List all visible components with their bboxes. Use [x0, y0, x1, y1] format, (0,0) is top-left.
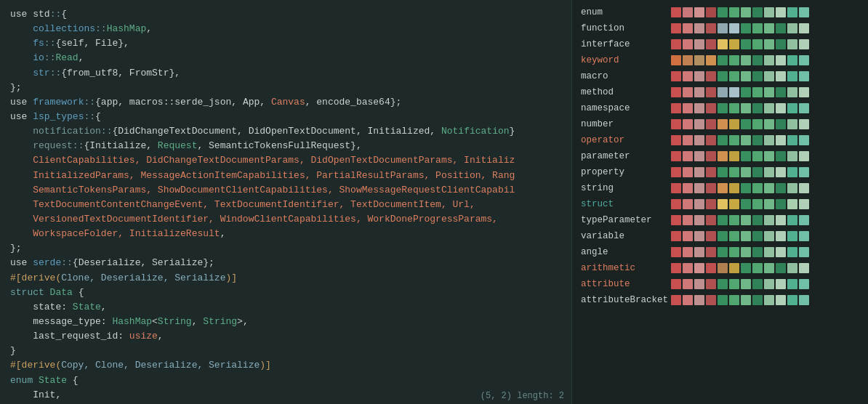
- color-swatch[interactable]: [683, 263, 693, 273]
- color-swatch[interactable]: [799, 183, 809, 193]
- color-swatch[interactable]: [741, 295, 751, 305]
- color-swatch[interactable]: [671, 119, 681, 129]
- color-swatch[interactable]: [683, 39, 693, 49]
- color-swatch[interactable]: [741, 55, 751, 65]
- color-swatch[interactable]: [776, 87, 786, 97]
- color-swatch[interactable]: [776, 247, 786, 257]
- color-swatch[interactable]: [752, 167, 763, 177]
- color-swatch[interactable]: [741, 87, 751, 97]
- color-swatch[interactable]: [706, 55, 716, 65]
- color-swatch[interactable]: [752, 231, 763, 241]
- color-swatch[interactable]: [729, 215, 739, 225]
- color-swatch[interactable]: [718, 39, 728, 49]
- color-swatch[interactable]: [683, 183, 693, 193]
- color-swatch[interactable]: [718, 23, 728, 33]
- color-swatch[interactable]: [706, 135, 716, 145]
- color-swatch[interactable]: [752, 23, 763, 33]
- color-swatch[interactable]: [787, 263, 797, 273]
- color-swatch[interactable]: [694, 199, 704, 209]
- color-swatch[interactable]: [764, 87, 774, 97]
- color-swatch[interactable]: [741, 7, 751, 17]
- token-row[interactable]: method: [572, 84, 868, 100]
- color-swatch[interactable]: [799, 231, 809, 241]
- color-swatch[interactable]: [787, 167, 797, 177]
- color-swatch[interactable]: [671, 295, 681, 305]
- color-swatch[interactable]: [764, 23, 774, 33]
- color-swatch[interactable]: [683, 247, 693, 257]
- color-swatch[interactable]: [671, 231, 681, 241]
- color-swatch[interactable]: [799, 135, 809, 145]
- color-swatch[interactable]: [729, 71, 739, 81]
- color-swatch[interactable]: [776, 199, 786, 209]
- color-swatch[interactable]: [776, 39, 786, 49]
- color-swatch[interactable]: [718, 215, 728, 225]
- color-swatch[interactable]: [741, 199, 751, 209]
- color-swatch[interactable]: [683, 135, 693, 145]
- color-swatch[interactable]: [776, 7, 786, 17]
- color-swatch[interactable]: [752, 55, 763, 65]
- color-swatch[interactable]: [729, 279, 739, 289]
- color-swatch[interactable]: [683, 55, 693, 65]
- color-swatch[interactable]: [671, 103, 681, 113]
- color-swatch[interactable]: [706, 231, 716, 241]
- color-swatch[interactable]: [706, 279, 716, 289]
- color-swatch[interactable]: [683, 151, 693, 161]
- color-swatch[interactable]: [729, 39, 739, 49]
- color-swatch[interactable]: [694, 295, 704, 305]
- token-row[interactable]: namespace: [572, 100, 868, 116]
- color-swatch[interactable]: [787, 55, 797, 65]
- color-swatch[interactable]: [706, 183, 716, 193]
- token-list[interactable]: enumfunctioninterfacekeywordmacromethodn…: [572, 0, 868, 404]
- color-swatch[interactable]: [787, 151, 797, 161]
- color-swatch[interactable]: [683, 295, 693, 305]
- color-swatch[interactable]: [706, 167, 716, 177]
- color-swatch[interactable]: [694, 183, 704, 193]
- color-swatch[interactable]: [694, 215, 704, 225]
- token-row[interactable]: typeParameter: [572, 212, 868, 228]
- color-swatch[interactable]: [799, 263, 809, 273]
- color-swatch[interactable]: [787, 231, 797, 241]
- token-row[interactable]: arithmetic: [572, 260, 868, 276]
- color-swatch[interactable]: [764, 151, 774, 161]
- color-swatch[interactable]: [776, 71, 786, 81]
- color-swatch[interactable]: [764, 231, 774, 241]
- token-row[interactable]: operator: [572, 132, 868, 148]
- color-swatch[interactable]: [718, 263, 728, 273]
- color-swatch[interactable]: [694, 151, 704, 161]
- color-swatch[interactable]: [671, 55, 681, 65]
- color-swatch[interactable]: [671, 151, 681, 161]
- color-swatch[interactable]: [764, 103, 774, 113]
- color-swatch[interactable]: [718, 183, 728, 193]
- color-swatch[interactable]: [718, 295, 728, 305]
- color-swatch[interactable]: [718, 7, 728, 17]
- color-swatch[interactable]: [787, 247, 797, 257]
- color-swatch[interactable]: [694, 71, 704, 81]
- color-swatch[interactable]: [741, 263, 751, 273]
- color-swatch[interactable]: [694, 7, 704, 17]
- color-swatch[interactable]: [694, 135, 704, 145]
- color-swatch[interactable]: [787, 87, 797, 97]
- color-swatch[interactable]: [752, 183, 763, 193]
- color-swatch[interactable]: [706, 71, 716, 81]
- color-swatch[interactable]: [729, 183, 739, 193]
- token-row[interactable]: variable: [572, 228, 868, 244]
- color-swatch[interactable]: [799, 247, 809, 257]
- color-swatch[interactable]: [683, 23, 693, 33]
- color-swatch[interactable]: [718, 151, 728, 161]
- color-swatch[interactable]: [718, 55, 728, 65]
- color-swatch[interactable]: [671, 23, 681, 33]
- color-swatch[interactable]: [764, 135, 774, 145]
- color-swatch[interactable]: [718, 279, 728, 289]
- color-swatch[interactable]: [741, 23, 751, 33]
- color-swatch[interactable]: [718, 231, 728, 241]
- color-swatch[interactable]: [671, 39, 681, 49]
- color-swatch[interactable]: [764, 279, 774, 289]
- color-swatch[interactable]: [764, 39, 774, 49]
- color-swatch[interactable]: [694, 247, 704, 257]
- color-swatch[interactable]: [764, 215, 774, 225]
- color-swatch[interactable]: [787, 119, 797, 129]
- color-swatch[interactable]: [694, 119, 704, 129]
- color-swatch[interactable]: [694, 231, 704, 241]
- color-swatch[interactable]: [776, 167, 786, 177]
- color-swatch[interactable]: [729, 135, 739, 145]
